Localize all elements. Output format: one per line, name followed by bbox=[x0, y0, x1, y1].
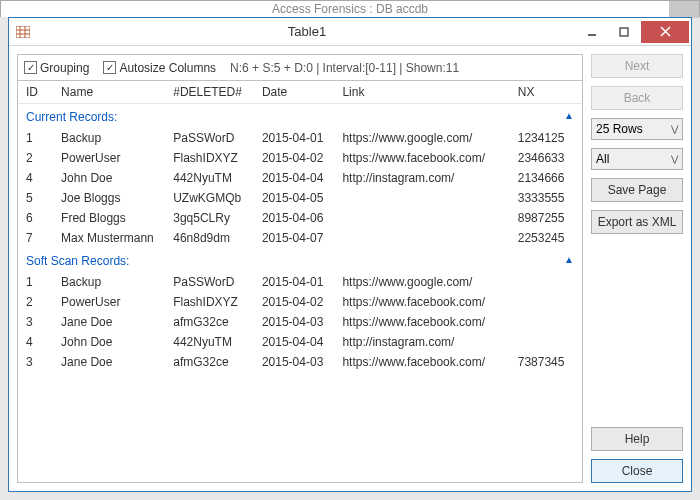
dialog-window: Table1 ✓ Grouping ✓ Autosize Columns N:6… bbox=[8, 17, 692, 492]
next-button[interactable]: Next bbox=[591, 54, 683, 78]
content-area: ✓ Grouping ✓ Autosize Columns N:6 + S:5 … bbox=[9, 46, 691, 491]
grouping-label: Grouping bbox=[40, 61, 89, 75]
cell-id: 5 bbox=[18, 188, 53, 208]
cell-link: https://www.facebook.com/ bbox=[334, 352, 509, 372]
rows-select[interactable]: 25 Rows ⋁ bbox=[591, 118, 683, 140]
cell-link: https://www.facebook.com/ bbox=[334, 312, 509, 332]
cell-name: Fred Bloggs bbox=[53, 208, 165, 228]
col-name[interactable]: Name bbox=[53, 81, 165, 104]
cell-link: https://www.google.com/ bbox=[334, 272, 509, 292]
cell-nx bbox=[510, 292, 582, 312]
collapse-icon[interactable]: ▲ bbox=[564, 254, 574, 265]
table-row[interactable]: 1BackupPaSSWorD2015-04-01https://www.goo… bbox=[18, 272, 582, 292]
cell-del: 442NyuTM bbox=[165, 168, 254, 188]
col-nx[interactable]: NX bbox=[510, 81, 582, 104]
cell-name: Backup bbox=[53, 128, 165, 148]
records-table: ID Name #DELETED# Date Link NX Current R… bbox=[18, 81, 582, 372]
table-row[interactable]: 1BackupPaSSWorD2015-04-01https://www.goo… bbox=[18, 128, 582, 148]
minimize-button[interactable] bbox=[577, 21, 607, 43]
cell-nx bbox=[510, 332, 582, 352]
parent-close-button[interactable] bbox=[669, 1, 699, 18]
cell-nx: 2346633 bbox=[510, 148, 582, 168]
titlebar: Table1 bbox=[9, 18, 691, 46]
table-row[interactable]: 4John Doe442NyuTM2015-04-04http://instag… bbox=[18, 168, 582, 188]
cell-link bbox=[334, 228, 509, 248]
cell-id: 2 bbox=[18, 292, 53, 312]
cell-id: 2 bbox=[18, 148, 53, 168]
cell-link bbox=[334, 188, 509, 208]
cell-nx bbox=[510, 312, 582, 332]
filter-select[interactable]: All ⋁ bbox=[591, 148, 683, 170]
rows-select-value: 25 Rows bbox=[596, 122, 643, 136]
cell-date: 2015-04-03 bbox=[254, 312, 334, 332]
cell-link: https://www.facebook.com/ bbox=[334, 148, 509, 168]
cell-nx: 8987255 bbox=[510, 208, 582, 228]
table-row[interactable]: 2PowerUserFlashIDXYZ2015-04-02https://ww… bbox=[18, 292, 582, 312]
cell-del: PaSSWorD bbox=[165, 272, 254, 292]
cell-date: 2015-04-03 bbox=[254, 352, 334, 372]
cell-name: Jane Doe bbox=[53, 352, 165, 372]
grouping-checkbox[interactable]: ✓ Grouping bbox=[24, 61, 89, 75]
group-header[interactable]: Current Records:▲ bbox=[18, 104, 582, 129]
table-row[interactable]: 3Jane DoeafmG32ce2015-04-03https://www.f… bbox=[18, 312, 582, 332]
cell-id: 1 bbox=[18, 272, 53, 292]
maximize-button[interactable] bbox=[609, 21, 639, 43]
close-button[interactable] bbox=[641, 21, 689, 43]
parent-title: Access Forensics : DB accdb bbox=[272, 2, 428, 16]
save-page-button[interactable]: Save Page bbox=[591, 178, 683, 202]
cell-del: 3gq5CLRy bbox=[165, 208, 254, 228]
table-row[interactable]: 5Joe BloggsUZwKGMQb2015-04-053333555 bbox=[18, 188, 582, 208]
window-icon bbox=[9, 26, 37, 38]
close-dialog-button[interactable]: Close bbox=[591, 459, 683, 483]
cell-id: 4 bbox=[18, 332, 53, 352]
autosize-checkbox[interactable]: ✓ Autosize Columns bbox=[103, 61, 216, 75]
cell-date: 2015-04-02 bbox=[254, 292, 334, 312]
cell-id: 4 bbox=[18, 168, 53, 188]
col-date[interactable]: Date bbox=[254, 81, 334, 104]
cell-del: FlashIDXYZ bbox=[165, 148, 254, 168]
cell-link: https://www.google.com/ bbox=[334, 128, 509, 148]
cell-link: http://instagram.com/ bbox=[334, 332, 509, 352]
cell-date: 2015-04-04 bbox=[254, 332, 334, 352]
toolbar: ✓ Grouping ✓ Autosize Columns N:6 + S:5 … bbox=[18, 55, 582, 81]
cell-del: afmG32ce bbox=[165, 352, 254, 372]
table-row[interactable]: 3Jane DoeafmG32ce2015-04-03https://www.f… bbox=[18, 352, 582, 372]
cell-del: 442NyuTM bbox=[165, 332, 254, 352]
col-link[interactable]: Link bbox=[334, 81, 509, 104]
cell-date: 2015-04-06 bbox=[254, 208, 334, 228]
cell-name: John Doe bbox=[53, 332, 165, 352]
cell-del: afmG32ce bbox=[165, 312, 254, 332]
export-xml-button[interactable]: Export as XML bbox=[591, 210, 683, 234]
check-icon: ✓ bbox=[103, 61, 116, 74]
table-scroll[interactable]: ID Name #DELETED# Date Link NX Current R… bbox=[18, 81, 582, 482]
table-row[interactable]: 2PowerUserFlashIDXYZ2015-04-02https://ww… bbox=[18, 148, 582, 168]
cell-id: 6 bbox=[18, 208, 53, 228]
back-button[interactable]: Back bbox=[591, 86, 683, 110]
svg-rect-0 bbox=[16, 26, 30, 38]
cell-date: 2015-04-01 bbox=[254, 272, 334, 292]
cell-del: PaSSWorD bbox=[165, 128, 254, 148]
cell-nx bbox=[510, 272, 582, 292]
cell-del: 46n8d9dm bbox=[165, 228, 254, 248]
cell-id: 3 bbox=[18, 352, 53, 372]
help-button[interactable]: Help bbox=[591, 427, 683, 451]
col-id[interactable]: ID bbox=[18, 81, 53, 104]
cell-del: UZwKGMQb bbox=[165, 188, 254, 208]
cell-date: 2015-04-02 bbox=[254, 148, 334, 168]
table-row[interactable]: 4John Doe442NyuTM2015-04-04http://instag… bbox=[18, 332, 582, 352]
group-header[interactable]: Soft Scan Records:▲ bbox=[18, 248, 582, 272]
cell-name: Backup bbox=[53, 272, 165, 292]
chevron-down-icon: ⋁ bbox=[671, 124, 678, 134]
cell-del: FlashIDXYZ bbox=[165, 292, 254, 312]
cell-nx: 7387345 bbox=[510, 352, 582, 372]
collapse-icon[interactable]: ▲ bbox=[564, 110, 574, 121]
filter-select-value: All bbox=[596, 152, 609, 166]
table-row[interactable]: 6Fred Bloggs3gq5CLRy2015-04-068987255 bbox=[18, 208, 582, 228]
table-row[interactable]: 7Max Mustermann46n8d9dm2015-04-072253245 bbox=[18, 228, 582, 248]
cell-name: Max Mustermann bbox=[53, 228, 165, 248]
cell-date: 2015-04-05 bbox=[254, 188, 334, 208]
cell-name: Joe Bloggs bbox=[53, 188, 165, 208]
cell-name: John Doe bbox=[53, 168, 165, 188]
col-deleted[interactable]: #DELETED# bbox=[165, 81, 254, 104]
cell-date: 2015-04-04 bbox=[254, 168, 334, 188]
